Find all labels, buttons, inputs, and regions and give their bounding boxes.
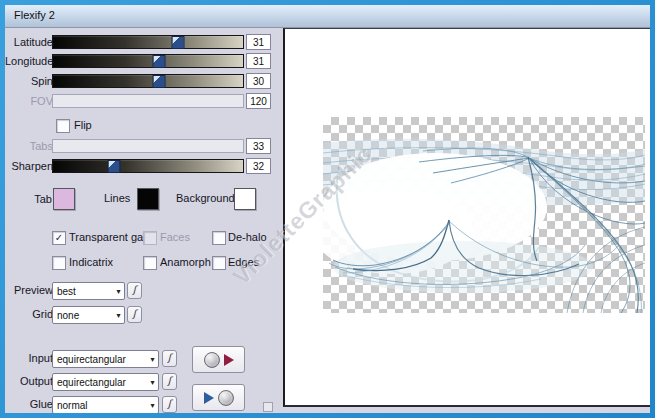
lines-color-swatch[interactable] [137, 188, 159, 210]
de-halo-checkbox[interactable] [212, 231, 226, 245]
tabs-slider [52, 139, 244, 153]
preview-dropdown[interactable]: best ▾ [52, 282, 125, 300]
preview-image [323, 117, 645, 313]
load-settings-button[interactable] [192, 346, 245, 373]
fov-slider [52, 94, 244, 108]
lines-color-label: Lines [104, 192, 130, 205]
output-curve-button[interactable]: ʃ [162, 373, 177, 390]
globe-disc-icon [218, 390, 234, 406]
glue-label: Glue [5, 397, 53, 411]
output-dropdown[interactable]: equirectangular ▾ [52, 373, 159, 391]
spin-value-field[interactable] [246, 73, 271, 89]
faces-label: Faces [160, 231, 190, 244]
longitude-slider[interactable] [52, 54, 244, 68]
longitude-label: Longitude [5, 54, 53, 68]
transparent-gaps-label: Transparent gaps [69, 231, 155, 244]
transparent-gaps-checkmark: ✓ [55, 232, 63, 243]
indicatrix-label: Indicatrix [69, 256, 113, 269]
background-color-swatch[interactable] [234, 188, 256, 210]
resize-grip[interactable] [263, 402, 273, 412]
chevron-down-icon: ▾ [113, 287, 124, 296]
globe-disc-icon [204, 352, 220, 368]
transparent-gaps-checkbox[interactable]: ✓ [52, 231, 66, 245]
preview-curve-button[interactable]: ʃ [127, 282, 142, 299]
curve-icon: ʃ [168, 352, 171, 363]
flip-checkbox[interactable] [56, 119, 70, 133]
tabs-value-field[interactable] [246, 138, 271, 154]
sharpen-slider-thumb[interactable] [107, 160, 120, 173]
input-dropdown-value: equirectangular [53, 354, 147, 365]
red-arrow-icon [224, 354, 234, 366]
chevron-down-icon: ▾ [147, 378, 158, 387]
latitude-slider-thumb[interactable] [172, 36, 185, 49]
fov-label: FOV [5, 94, 53, 108]
glue-curve-button[interactable]: ʃ [162, 396, 177, 413]
chevron-down-icon: ▾ [147, 401, 158, 410]
input-label: Input [5, 351, 53, 365]
sharpen-label: Sharpen [5, 159, 53, 173]
indicatrix-checkbox[interactable] [52, 256, 66, 270]
longitude-slider-thumb[interactable] [153, 55, 166, 68]
curve-icon: ʃ [168, 398, 171, 409]
curve-icon: ʃ [133, 284, 136, 295]
preview-panel[interactable] [283, 28, 650, 407]
preview-label: Preview [5, 283, 53, 297]
tabs-label: Tabs [5, 139, 53, 153]
save-settings-button[interactable] [192, 384, 245, 411]
spin-label: Spin [5, 74, 53, 88]
grid-dropdown-value: none [53, 310, 113, 321]
flip-label: Flip [74, 119, 92, 132]
preview-dropdown-value: best [53, 286, 113, 297]
grid-dropdown[interactable]: none ▾ [52, 306, 125, 324]
curve-icon: ʃ [168, 375, 171, 386]
output-dropdown-value: equirectangular [53, 377, 147, 388]
edges-checkbox[interactable] [212, 256, 226, 270]
curve-icon: ʃ [133, 308, 136, 319]
sharpen-slider[interactable] [52, 159, 244, 173]
edges-label: Edges [228, 256, 259, 269]
grid-curve-button[interactable]: ʃ [127, 306, 142, 323]
grid-label: Grid [5, 307, 53, 321]
chevron-down-icon: ▾ [147, 355, 158, 364]
glue-dropdown[interactable]: normal ▾ [52, 396, 159, 413]
tab-color-label: Tab [20, 192, 52, 206]
fov-value-field[interactable] [246, 93, 271, 109]
plugin-window: Flexify 2 Latitude Longitude Spin FOV Fl… [0, 0, 655, 418]
flexify-dialog: Flexify 2 Latitude Longitude Spin FOV Fl… [5, 5, 650, 413]
swirl-graphic [323, 117, 645, 313]
output-label: Output [5, 374, 53, 388]
tab-color-swatch[interactable] [53, 188, 75, 210]
de-halo-label: De-halo [228, 231, 267, 244]
background-color-label: Background [176, 192, 235, 205]
anamorph-checkbox[interactable] [143, 256, 157, 270]
input-curve-button[interactable]: ʃ [162, 350, 177, 367]
chevron-down-icon: ▾ [113, 311, 124, 320]
latitude-slider[interactable] [52, 35, 244, 49]
longitude-value-field[interactable] [246, 53, 271, 69]
title-bar[interactable]: Flexify 2 [5, 5, 650, 28]
faces-checkbox [143, 231, 157, 245]
blue-arrow-icon [204, 392, 214, 404]
window-title: Flexify 2 [14, 9, 55, 21]
anamorph-label: Anamorph [160, 256, 211, 269]
sharpen-value-field[interactable] [246, 158, 271, 174]
input-dropdown[interactable]: equirectangular ▾ [52, 350, 159, 368]
spin-slider[interactable] [52, 74, 244, 88]
latitude-label: Latitude [5, 35, 53, 49]
glue-dropdown-value: normal [53, 400, 147, 411]
spin-slider-thumb[interactable] [153, 75, 166, 88]
latitude-value-field[interactable] [246, 34, 271, 50]
